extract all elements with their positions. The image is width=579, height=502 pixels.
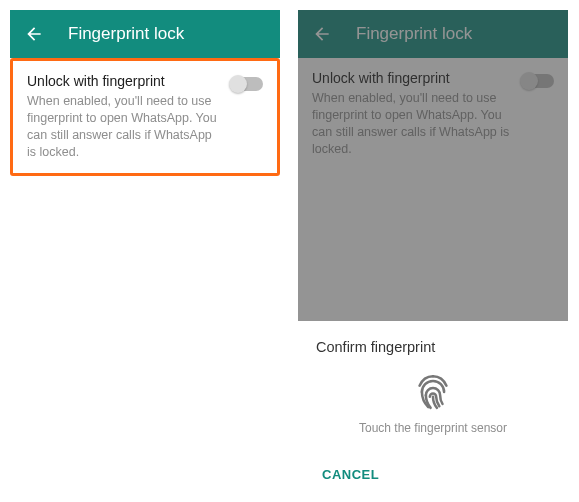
setting-text: Unlock with fingerprint When enabled, yo… <box>27 73 231 161</box>
cancel-button[interactable]: CANCEL <box>316 461 385 488</box>
dialog-hint: Touch the fingerprint sensor <box>316 421 550 435</box>
dialog-actions: CANCEL <box>316 461 550 488</box>
back-icon[interactable] <box>24 24 44 44</box>
app-header: Fingerprint lock <box>10 10 280 58</box>
setting-title: Unlock with fingerprint <box>27 73 221 89</box>
phone-right: Fingerprint lock Unlock with fingerprint… <box>298 10 568 502</box>
fingerprint-dialog: Confirm fingerprint Touch the fingerprin… <box>298 321 568 502</box>
toggle-fingerprint[interactable] <box>231 77 263 91</box>
dialog-title: Confirm fingerprint <box>316 339 550 355</box>
setting-description: When enabled, you'll need to use fingerp… <box>27 93 221 161</box>
page-title: Fingerprint lock <box>68 24 184 44</box>
toggle-knob <box>229 75 247 93</box>
phone-left: Fingerprint lock Unlock with fingerprint… <box>10 10 280 490</box>
fingerprint-icon <box>316 373 550 411</box>
setting-row-fingerprint[interactable]: Unlock with fingerprint When enabled, yo… <box>10 58 280 176</box>
